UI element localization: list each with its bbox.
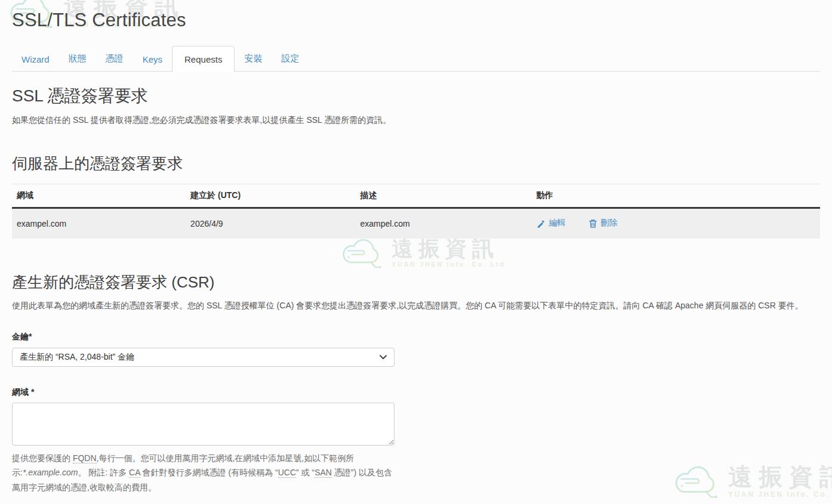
page-title: SSL/TLS Certificates bbox=[12, 10, 820, 31]
csr-section-heading: SSL 憑證簽署要求 bbox=[12, 85, 820, 107]
generate-csr-description: 使用此表單為您的網域產生新的憑證簽署要求。您的 SSL 憑證授權單位 (CA) … bbox=[12, 299, 820, 313]
san-abbr: SAN bbox=[315, 468, 332, 478]
csr-section-description: 如果您從信任的 SSL 提供者取得憑證,您必須完成憑證簽署要求表單,以提供產生 … bbox=[12, 113, 820, 127]
tab-bar: Wizard 狀態 憑證 Keys Requests 安裝 設定 bbox=[12, 45, 820, 72]
fqdn-abbr: FQDN bbox=[73, 453, 97, 463]
help-segment: 會針對發行多網域憑證 (有時候稱為 “ bbox=[140, 468, 278, 477]
tab-certificates[interactable]: 憑證 bbox=[96, 47, 133, 71]
server-csr-heading: 伺服器上的憑證簽署要求 bbox=[12, 153, 820, 174]
table-row: exampel.com 2026/4/9 exampel.com 編輯 bbox=[12, 208, 820, 239]
trash-icon bbox=[588, 219, 597, 228]
tab-keys[interactable]: Keys bbox=[133, 48, 172, 71]
chevron-down-icon bbox=[380, 355, 387, 360]
csr-table: 網域 建立於 (UTC) 描述 動作 exampel.com 2026/4/9 … bbox=[12, 184, 820, 239]
cell-created: 2026/4/9 bbox=[186, 208, 355, 239]
edit-link[interactable]: 編輯 bbox=[537, 218, 566, 228]
delete-link[interactable]: 刪除 bbox=[588, 218, 618, 228]
column-header-domain: 網域 bbox=[12, 184, 186, 208]
key-select-value: 產生新的 “RSA, 2,048-bit” 金鑰 bbox=[20, 352, 134, 363]
column-header-description: 描述 bbox=[355, 184, 531, 208]
tab-install[interactable]: 安裝 bbox=[235, 47, 272, 71]
help-segment: ” 或 “ bbox=[296, 468, 315, 477]
cell-domain: exampel.com bbox=[12, 208, 186, 239]
key-label: 金鑰* bbox=[12, 332, 820, 342]
delete-label: 刪除 bbox=[601, 218, 618, 228]
column-header-actions: 動作 bbox=[532, 184, 820, 208]
ucc-abbr: UCC bbox=[278, 468, 296, 478]
help-segment: 提供您要保護的 bbox=[12, 453, 73, 463]
generate-csr-heading: 產生新的憑證簽署要求 (CSR) bbox=[12, 272, 820, 293]
tab-requests[interactable]: Requests bbox=[172, 46, 235, 72]
column-header-created: 建立於 (UTC) bbox=[186, 184, 355, 208]
pencil-icon bbox=[537, 219, 546, 228]
cell-description: exampel.com bbox=[355, 208, 531, 239]
domains-help-text: 提供您要保護的 FQDN,每行一個。您可以使用萬用字元網域,在網域中添加星號,如… bbox=[12, 451, 399, 495]
domains-textarea[interactable] bbox=[12, 403, 395, 446]
table-header-row: 網域 建立於 (UTC) 描述 動作 bbox=[12, 184, 820, 208]
help-segment: 。 附註: 許多 bbox=[78, 468, 129, 477]
tab-status[interactable]: 狀態 bbox=[59, 47, 96, 71]
ca-abbr: CA bbox=[129, 468, 140, 478]
tab-wizard[interactable]: Wizard bbox=[12, 48, 59, 71]
tab-settings[interactable]: 設定 bbox=[272, 47, 309, 71]
domains-label: 網域 * bbox=[12, 387, 820, 398]
wildcard-example: *.example.com bbox=[23, 468, 78, 477]
page-container: SSL/TLS Certificates Wizard 狀態 憑證 Keys R… bbox=[0, 10, 832, 504]
key-select[interactable]: 產生新的 “RSA, 2,048-bit” 金鑰 bbox=[12, 348, 395, 367]
cell-actions: 編輯 刪除 bbox=[532, 208, 820, 239]
edit-label: 編輯 bbox=[549, 218, 566, 228]
